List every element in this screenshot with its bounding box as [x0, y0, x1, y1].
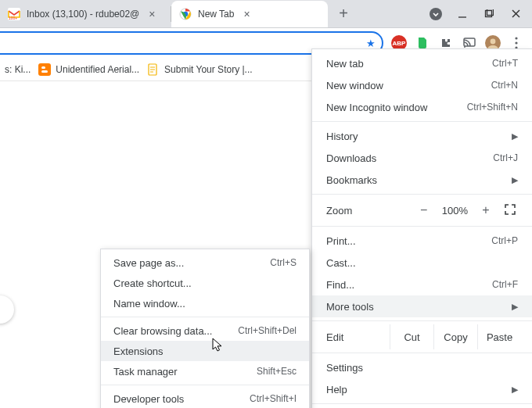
menu-separator — [312, 121, 532, 122]
bookmark-item[interactable]: Submit Your Story |... — [147, 63, 253, 76]
page-icon — [147, 63, 160, 76]
menu-label: Bookmarks — [326, 174, 377, 186]
tab-inbox[interactable]: 100+ Inbox (13,100) - rdube02@ × — [0, 1, 171, 27]
bookmark-star-icon[interactable]: ★ — [366, 38, 376, 49]
svg-point-14 — [515, 37, 517, 39]
svg-point-4 — [430, 8, 442, 20]
zoom-value: 100% — [442, 205, 468, 217]
tab-newtab[interactable]: New Tab × — [171, 1, 328, 27]
menu-help[interactable]: Help ▶ — [312, 378, 532, 400]
close-icon[interactable]: × — [146, 8, 158, 20]
submenu-label: Task manager — [113, 366, 178, 378]
submenu-shortcut: Ctrl+Shift+I — [250, 393, 297, 404]
submenu-save-page[interactable]: Save page as... Ctrl+S — [101, 252, 309, 273]
menu-label: Cast... — [326, 257, 356, 269]
svg-rect-6 — [486, 10, 492, 16]
bookmark-label: s: Ki... — [5, 64, 31, 75]
submenu-dev-tools[interactable]: Developer tools Ctrl+Shift+I — [101, 388, 309, 408]
submenu-label: Developer tools — [113, 393, 184, 405]
bookmark-label: Unidentified Aerial... — [56, 64, 139, 75]
submenu-separator — [101, 385, 309, 385]
menu-separator — [312, 353, 532, 353]
menu-label: Print... — [326, 235, 356, 247]
zoom-out-button[interactable]: − — [417, 203, 431, 217]
menu-label: New window — [326, 80, 383, 91]
menu-new-tab[interactable]: New tab Ctrl+T — [312, 52, 532, 74]
blogger-icon — [38, 63, 51, 76]
submenu-arrow-icon: ▶ — [512, 175, 518, 185]
svg-point-15 — [515, 41, 517, 44]
edit-paste-button[interactable]: Paste — [477, 324, 521, 349]
chrome-icon — [179, 8, 192, 20]
menu-find[interactable]: Find... Ctrl+F — [312, 274, 532, 295]
tab-title: Inbox (13,100) - rdube02@ — [27, 9, 139, 20]
menu-label: Settings — [326, 362, 363, 374]
fullscreen-icon[interactable] — [504, 203, 518, 217]
submenu-extensions[interactable]: Extensions — [101, 341, 309, 361]
menu-bookmarks[interactable]: Bookmarks ▶ — [312, 169, 532, 191]
page-artifact — [0, 295, 14, 324]
menu-separator — [312, 320, 532, 321]
svg-rect-18 — [41, 66, 45, 69]
submenu-name-window[interactable]: Name window... — [101, 293, 309, 313]
menu-history[interactable]: History ▶ — [312, 125, 532, 147]
bookmark-item[interactable]: s: Ki... — [5, 64, 31, 75]
svg-rect-19 — [41, 70, 48, 73]
zoom-in-button[interactable]: + — [479, 203, 493, 217]
menu-separator — [312, 403, 532, 404]
close-window-button[interactable] — [502, 2, 529, 27]
account-chevron-icon[interactable] — [422, 2, 449, 27]
menu-more-tools[interactable]: More tools ▶ — [312, 295, 532, 317]
edit-copy-button[interactable]: Copy — [433, 324, 477, 349]
menu-zoom: Zoom − 100% + — [312, 198, 532, 223]
menu-shortcut: Ctrl+N — [491, 80, 518, 91]
menu-shortcut: Ctrl+J — [493, 152, 518, 163]
menu-shortcut: Ctrl+T — [492, 58, 518, 69]
menu-label: New Incognito window — [326, 102, 427, 113]
menu-print[interactable]: Print... Ctrl+P — [312, 230, 532, 252]
menu-label: More tools — [326, 301, 374, 313]
submenu-label: Extensions — [113, 345, 164, 357]
menu-separator — [312, 194, 532, 195]
menu-edit-row: Edit Cut Copy Paste — [312, 324, 532, 349]
svg-point-11 — [464, 46, 466, 48]
close-icon[interactable]: × — [240, 8, 253, 20]
submenu-label: Clear browsing data... — [113, 325, 212, 337]
menu-new-incognito[interactable]: New Incognito window Ctrl+Shift+N — [312, 96, 532, 118]
menu-separator — [312, 226, 532, 227]
submenu-arrow-icon: ▶ — [512, 131, 518, 141]
submenu-label: Name window... — [113, 298, 185, 310]
chrome-menu: New tab Ctrl+T New window Ctrl+N New Inc… — [311, 48, 532, 408]
tab-title: New Tab — [198, 9, 234, 20]
menu-settings[interactable]: Settings — [312, 356, 532, 378]
menu-new-window[interactable]: New window Ctrl+N — [312, 74, 532, 96]
submenu-shortcut: Shift+Esc — [257, 366, 297, 377]
svg-point-13 — [491, 39, 496, 45]
submenu-label: Save page as... — [113, 257, 184, 269]
maximize-button[interactable] — [476, 2, 502, 27]
more-tools-submenu: Save page as... Ctrl+S Create shortcut..… — [100, 249, 310, 408]
menu-shortcut: Ctrl+P — [491, 235, 518, 246]
submenu-arrow-icon: ▶ — [512, 385, 518, 395]
bookmark-label: Submit Your Story |... — [164, 64, 253, 75]
menu-cast[interactable]: Cast... — [312, 252, 532, 274]
minimize-button[interactable] — [449, 2, 476, 27]
menu-label: Zoom — [326, 205, 352, 217]
submenu-create-shortcut[interactable]: Create shortcut... — [101, 273, 309, 293]
tab-strip: 100+ Inbox (13,100) - rdube02@ × New Tab… — [0, 0, 532, 28]
bookmark-item[interactable]: Unidentified Aerial... — [38, 63, 139, 76]
submenu-clear-data[interactable]: Clear browsing data... Ctrl+Shift+Del — [101, 320, 309, 341]
menu-label: Edit — [323, 331, 390, 343]
new-tab-button[interactable]: + — [332, 3, 354, 25]
menu-downloads[interactable]: Downloads Ctrl+J — [312, 147, 532, 169]
submenu-shortcut: Ctrl+Shift+Del — [238, 325, 297, 336]
submenu-task-manager[interactable]: Task manager Shift+Esc — [101, 361, 309, 381]
menu-label: History — [326, 131, 358, 142]
submenu-arrow-icon: ▶ — [512, 302, 518, 312]
edit-cut-button[interactable]: Cut — [390, 324, 433, 349]
svg-rect-17 — [38, 63, 51, 76]
menu-shortcut: Ctrl+F — [492, 279, 518, 290]
menu-label: Downloads — [326, 152, 376, 164]
menu-label: Help — [326, 384, 347, 395]
menu-shortcut: Ctrl+Shift+N — [467, 102, 518, 113]
